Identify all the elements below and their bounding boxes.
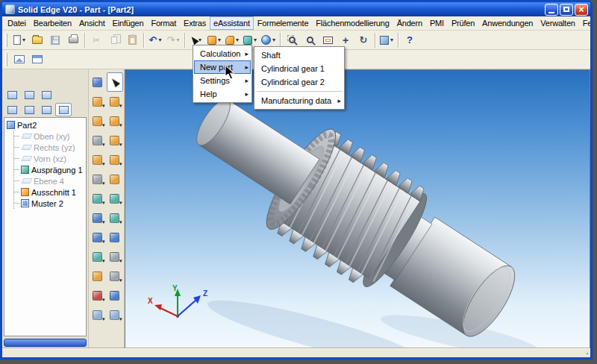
part-painter-button[interactable] [107, 286, 123, 305]
open-button[interactable] [28, 32, 46, 48]
reference-plane-button[interactable]: ▾ [90, 305, 106, 324]
dropdown-arrow-icon[interactable]: ▾ [102, 239, 105, 245]
layers-tab[interactable] [21, 103, 37, 116]
edgebar-toggle-button[interactable] [10, 51, 28, 68]
feature-library-tab[interactable] [38, 88, 54, 101]
3d-viewport[interactable]: Y Z X [125, 69, 590, 348]
print-button[interactable] [64, 32, 82, 48]
help-button[interactable] [401, 32, 419, 48]
menu-verwalten[interactable]: Verwalten [537, 16, 579, 30]
tree-item-rechts-yz[interactable]: Rechts (yz) [14, 142, 86, 153]
dropdown-arrow-icon[interactable]: ▾ [390, 37, 393, 43]
dropdown-arrow-icon[interactable]: ▾ [158, 37, 161, 43]
dropdown-arrow-icon[interactable]: ▾ [102, 181, 105, 186]
used-sketches-tab[interactable] [55, 103, 72, 116]
boolean-subtract-button[interactable]: ▾ [107, 189, 123, 208]
family-of-parts-tab[interactable] [21, 88, 37, 101]
menu-datei[interactable]: Datei [4, 16, 30, 30]
model-canvas[interactable]: Y Z X [125, 70, 593, 348]
menu-eassistant[interactable]: eAssistant [210, 16, 254, 30]
tree-item-vorn-xz[interactable]: Vorn (xz) [14, 153, 86, 164]
draft-button[interactable] [90, 266, 106, 286]
sensors-tab[interactable] [4, 103, 20, 116]
title-bar[interactable]: Solid Edge V20 - Part - [Part2] × [2, 2, 590, 16]
rib-button[interactable]: ▾ [90, 208, 106, 228]
menu-anwendungen[interactable]: Anwendungen [478, 16, 537, 30]
dropdown-arrow-icon[interactable]: ▾ [119, 122, 122, 128]
normal-protrusion-button[interactable] [107, 169, 123, 189]
pattern-button[interactable]: ▾ [90, 228, 106, 247]
undo-button[interactable]: ▾ [146, 32, 164, 48]
menu-item-new-part[interactable]: New part▸ [194, 60, 251, 74]
tree-item-muster-2[interactable]: Muster 2 [14, 198, 86, 209]
dropdown-arrow-icon[interactable]: ▾ [119, 103, 122, 109]
menu-pmi[interactable]: PMI [426, 16, 448, 30]
feature-pathfinder-tab[interactable] [4, 88, 20, 101]
menu-formelemente[interactable]: Formelemente [254, 16, 313, 30]
dropdown-arrow-icon[interactable]: ▾ [102, 258, 105, 264]
menu-item-calculation[interactable]: Calculation▸ [194, 47, 251, 60]
toolbar-grip[interactable] [5, 53, 7, 66]
menu-item-manufacturing-data[interactable]: Manufacturing data▸ [255, 94, 343, 107]
menu-item-help[interactable]: Help▸ [194, 87, 251, 101]
dropdown-arrow-icon[interactable]: ▾ [119, 142, 122, 148]
tree-item-auspr-gung-1[interactable]: Ausprägung 1 [14, 164, 86, 175]
vent-button[interactable] [107, 228, 123, 247]
dropdown-arrow-icon[interactable]: ▾ [119, 316, 122, 322]
menu-fl-chenmodellierung[interactable]: Flächenmodellierung [312, 16, 393, 30]
common-views-button[interactable]: ▾ [378, 32, 396, 48]
dropdown-arrow-icon[interactable]: ▾ [102, 297, 105, 303]
dropdown-arrow-icon[interactable]: ▾ [119, 277, 122, 283]
dropdown-arrow-icon[interactable]: ▾ [102, 142, 105, 148]
menu-ndern[interactable]: Ändern [393, 16, 426, 30]
menu-item-settings[interactable]: Settings▸ [194, 74, 251, 87]
revolved-protrusion-button[interactable]: ▾ [107, 92, 123, 111]
lip-button[interactable]: ▾ [107, 247, 123, 266]
helical-protrusion-button[interactable]: ▾ [107, 150, 123, 169]
dropdown-arrow-icon[interactable]: ▾ [102, 122, 105, 128]
tree-item-part2[interactable]: Part2 [7, 119, 86, 131]
dropdown-arrow-icon[interactable]: ▾ [199, 37, 201, 43]
sketch-button[interactable] [90, 72, 106, 92]
menu-pr-fen[interactable]: Prüfen [448, 16, 478, 30]
dropdown-arrow-icon[interactable]: ▾ [102, 103, 105, 109]
dropdown-arrow-icon[interactable]: ▾ [102, 161, 105, 167]
dropdown-arrow-icon[interactable]: ▾ [102, 316, 105, 322]
tree-item-ausschnitt-1[interactable]: Ausschnitt 1 [14, 186, 86, 198]
edgebar-scrollbar[interactable] [4, 339, 87, 347]
thin-wall-button[interactable]: ▾ [90, 189, 106, 208]
mirror-copy-button[interactable]: ▾ [90, 247, 106, 266]
dropdown-arrow-icon[interactable]: ▾ [236, 37, 239, 43]
dropdown-arrow-icon[interactable]: ▾ [119, 219, 122, 225]
minimize-button[interactable] [545, 4, 558, 16]
dropdown-arrow-icon[interactable]: ▾ [176, 37, 179, 43]
menu-fenster[interactable]: Fenster [579, 16, 593, 30]
new-document-button[interactable]: ▾ [10, 32, 28, 48]
dropdown-arrow-icon[interactable]: ▾ [119, 258, 122, 264]
dropdown-arrow-icon[interactable]: ▾ [254, 37, 257, 43]
dropdown-arrow-icon[interactable]: ▾ [22, 37, 25, 43]
protrusion-button[interactable]: ▾ [90, 92, 106, 111]
close-button[interactable]: × [575, 4, 588, 16]
emboss-button[interactable]: ▾ [107, 208, 123, 228]
dropdown-arrow-icon[interactable]: ▾ [102, 200, 105, 206]
dimension-button[interactable]: ▾ [90, 286, 106, 305]
select-tool-button[interactable] [107, 72, 123, 92]
selection-manager-tab[interactable] [38, 103, 54, 116]
dropdown-arrow-icon[interactable]: ▾ [272, 37, 275, 43]
lofted-protrusion-button[interactable]: ▾ [107, 131, 123, 150]
dropdown-arrow-icon[interactable]: ▾ [218, 37, 221, 43]
measure-button[interactable]: ▾ [107, 266, 123, 286]
chamfer-button[interactable]: ▾ [90, 169, 106, 189]
menu-extras[interactable]: Extras [180, 16, 210, 30]
menu-einf-gen[interactable]: Einfügen [109, 16, 148, 30]
round-button[interactable]: ▾ [90, 150, 106, 169]
menu-item-cylindrical-gear-1[interactable]: Cylindrical gear 1 [255, 62, 343, 75]
dropdown-arrow-icon[interactable]: ▾ [119, 200, 122, 206]
rotate-view-button[interactable] [354, 32, 372, 48]
dropdown-arrow-icon[interactable]: ▾ [102, 219, 105, 225]
menu-ansicht[interactable]: Ansicht [75, 16, 109, 30]
visible-edges-button[interactable]: ▾ [107, 305, 123, 324]
swept-protrusion-button[interactable]: ▾ [107, 111, 123, 131]
maximize-button[interactable] [560, 4, 573, 16]
